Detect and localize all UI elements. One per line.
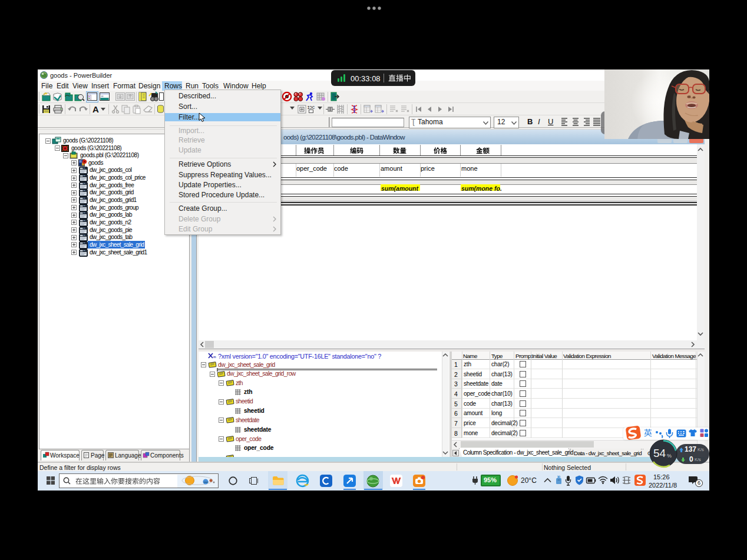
svg-text:m: m xyxy=(213,355,216,359)
